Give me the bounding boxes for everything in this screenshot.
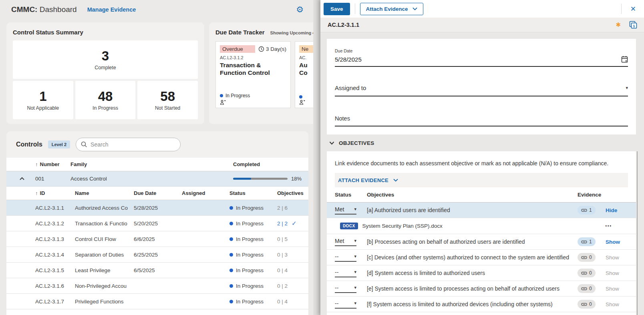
save-button[interactable]: Save (324, 3, 350, 15)
due-date-field[interactable]: Due Date 5/28/2025 (335, 48, 628, 67)
link-icon (581, 270, 587, 276)
controls-search[interactable] (76, 138, 181, 151)
tracker-control-name: Transaction & Function Control (220, 61, 286, 77)
number-column-header[interactable]: ↑Number (35, 161, 70, 167)
calendar-icon[interactable] (621, 56, 628, 63)
link-icon (581, 301, 587, 307)
control-id: AC.L2-3.1.1 (35, 205, 75, 211)
control-row-3-1-4[interactable]: AC.L2-3.1.4 Separation of Duties 6/25/20… (6, 247, 308, 263)
control-id: AC.L2-3.1.4 (35, 252, 75, 258)
objectives-section-toggle[interactable]: OBJECTIVES (327, 134, 636, 151)
hide-evidence-link[interactable]: Hide (606, 207, 617, 213)
objective-text: [a] Authorized users are identified (367, 207, 578, 213)
assignee-icon (220, 100, 226, 105)
status-column-header[interactable]: Status (229, 190, 277, 196)
attach-evidence-dropdown[interactable]: ATTACH EVIDENCE (335, 173, 628, 187)
evidence-count: 0 (589, 255, 592, 260)
overdue-badge: Overdue (220, 45, 255, 53)
complete-label: Complete (95, 65, 116, 70)
objectives-description: Link evidence documents to each assessme… (327, 160, 636, 167)
show-evidence-link[interactable]: Show (606, 301, 619, 307)
scrollbar[interactable] (637, 151, 638, 315)
control-id: AC.L2-3.1.3 (35, 236, 75, 242)
control-id: AC.L2-3.1.6 (35, 283, 75, 289)
objective-row-b[interactable]: Met▾ [b] Processes acting on behalf of a… (327, 234, 636, 250)
dropdown-arrow-icon: ▾ (354, 269, 356, 275)
objective-text: [d] System access is limited to authoriz… (367, 270, 578, 276)
control-row-3-1-1[interactable]: AC.L2-3.1.1 Authorized Access Co 5/28/20… (6, 200, 308, 216)
summary-tile-not-started: 58 Not Started (137, 81, 198, 119)
objective-row-e[interactable]: --▾ [e] System access is limited to proc… (327, 281, 636, 297)
name-column-header[interactable]: Name (75, 190, 134, 196)
control-status: In Progress (236, 205, 264, 211)
status-select[interactable]: Met▾ (335, 206, 356, 215)
evidence-count-pill: 1 (578, 237, 596, 246)
attach-evidence-button[interactable]: Attach Evidence (360, 3, 423, 15)
control-row-3-1-7[interactable]: AC.L2-3.1.7 Privileged Functions In Prog… (6, 294, 308, 309)
control-name: Least Privilege (75, 267, 134, 273)
control-row-3-1-5[interactable]: AC.L2-3.1.5 Least Privilege 6/5/2025 In … (6, 263, 308, 278)
chevron-up-icon[interactable] (19, 177, 25, 181)
assigned-to-select[interactable]: Assigned to ▾ (335, 84, 628, 96)
search-input[interactable] (91, 141, 175, 148)
more-options-icon[interactable]: ••• (605, 224, 612, 228)
manage-evidence-link[interactable]: Manage Evidence (87, 6, 136, 13)
status-dot (229, 253, 233, 257)
family-column-header[interactable]: Family (70, 161, 233, 167)
control-row-3-1-2[interactable]: AC.L2-3.1.2 Transaction & Functio 5/20/2… (6, 216, 308, 231)
show-evidence-link[interactable]: Show (606, 239, 620, 245)
control-row-3-1-6[interactable]: AC.L2-3.1.6 Non-Privileged Accou In Prog… (6, 278, 308, 294)
due-date-tracker-card: Due Date Tracker Showing Upcoming 45 Ove… (209, 22, 313, 124)
assigned-column-header[interactable]: Assigned (182, 190, 229, 196)
docx-file-badge: DOCX (340, 223, 358, 229)
status-select[interactable]: --▾ (335, 253, 356, 262)
objectives-section-title: OBJECTIVES (339, 140, 374, 146)
copy-page-icon[interactable]: 1 (629, 20, 638, 29)
tracker-strip: Overdue 3 Day(s) AC.L2-3.1.2 Transaction… (215, 41, 313, 108)
sort-asc-icon: ↑ (35, 161, 38, 167)
control-status: In Progress (236, 252, 264, 258)
family-row-access-control[interactable]: 001 Access Control 18% (6, 171, 308, 187)
id-column-header[interactable]: ↑ID (35, 190, 75, 196)
objective-row-f[interactable]: --▾ [f] System access is limited to auth… (327, 297, 636, 312)
show-evidence-link[interactable]: Show (606, 270, 619, 276)
evidence-count: 1 (589, 239, 592, 245)
due-date-value[interactable]: 5/28/2025 (335, 56, 362, 63)
control-name: Control CUI Flow (75, 236, 134, 242)
due-date-column-header[interactable]: Due Date (134, 190, 182, 196)
objective-text: [e] System access is limited to processe… (367, 285, 578, 292)
control-row-3-1-3[interactable]: AC.L2-3.1.3 Control CUI Flow 6/6/2025 In… (6, 231, 308, 247)
family-table-header: ↑Number Family Completed (6, 158, 308, 171)
gear-icon[interactable]: ⚙ (296, 6, 304, 14)
objectives-count: 0 | 4 (277, 267, 288, 273)
status-select[interactable]: Met▾ (335, 238, 356, 246)
show-evidence-link[interactable]: Show (606, 286, 619, 292)
overdue-days-text: 3 Day(s) (266, 46, 286, 52)
objective-row-c[interactable]: --▾ [c] Devices (and other systems) auth… (327, 250, 636, 265)
status-select[interactable]: --▾ (335, 269, 356, 277)
summary-tile-complete: 3 Complete (13, 40, 198, 79)
status-select[interactable]: --▾ (335, 300, 356, 309)
not-applicable-count: 1 (39, 89, 46, 104)
notes-field[interactable]: Notes (335, 115, 628, 126)
show-evidence-link[interactable]: Show (606, 255, 619, 261)
overdue-days: 3 Day(s) (258, 46, 286, 52)
dropdown-arrow-icon: ▾ (626, 85, 628, 90)
objectives-table-header: Status Objectives Evidence (327, 187, 636, 203)
in-progress-count: 48 (98, 89, 113, 104)
completed-progress-bar (233, 178, 288, 180)
detail-title-bar: AC.L2-3.1.1 ✱ 1 (320, 18, 644, 32)
close-icon[interactable]: ✕ (630, 5, 636, 13)
chevron-down-icon (393, 179, 398, 182)
control-detail-panel: Save Attach Evidence ✕ AC.L2-3.1.1 ✱ 1 D… (320, 0, 644, 315)
control-name: Authorized Access Co (75, 205, 134, 211)
control-name: Separation of Duties (75, 252, 134, 258)
status-dot (229, 284, 233, 288)
tracker-card-overdue[interactable]: Overdue 3 Day(s) AC.L2-3.1.2 Transaction… (215, 41, 291, 108)
status-dot (229, 222, 233, 225)
status-select[interactable]: --▾ (335, 285, 356, 293)
objective-row-d[interactable]: --▾ [d] System access is limited to auth… (327, 265, 636, 281)
objective-row-a[interactable]: Met▾ [a] Authorized users are identified… (327, 203, 636, 218)
tracker-card-next[interactable]: Ne AC. Au Co (295, 41, 313, 108)
family-name: Access Control (70, 176, 233, 182)
